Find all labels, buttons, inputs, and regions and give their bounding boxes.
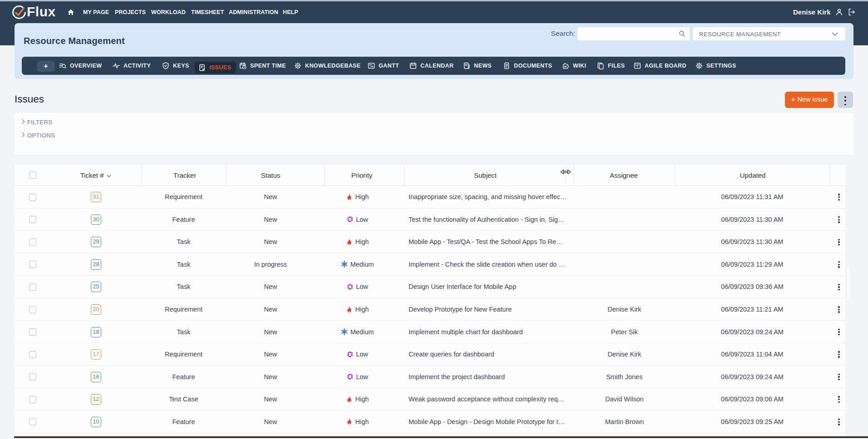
svg-text:W: W [564, 65, 567, 68]
